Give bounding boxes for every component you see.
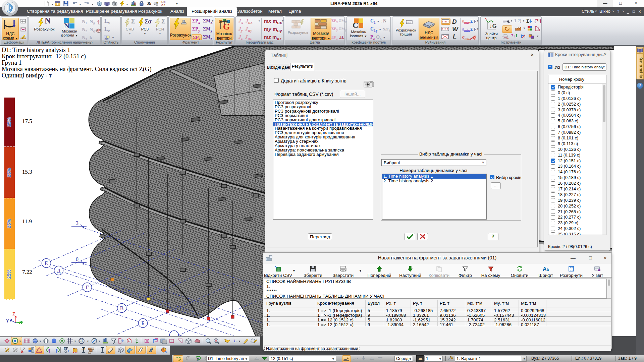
svg-text:Г: Г bbox=[86, 285, 89, 290]
svg-text:G: G bbox=[223, 22, 230, 31]
svg-text:Б: Б bbox=[141, 320, 144, 326]
svg-text:C: C bbox=[353, 21, 358, 29]
svg-text:Z: Z bbox=[12, 311, 15, 316]
svg-text:Σ: Σ bbox=[526, 18, 529, 24]
svg-text:min: min bbox=[105, 38, 108, 40]
svg-text:Σ: Σ bbox=[470, 27, 473, 32]
svg-text:3: 3 bbox=[76, 220, 78, 226]
svg-text:Е: Е bbox=[45, 260, 48, 266]
svg-text:0: 0 bbox=[76, 256, 78, 262]
svg-text:Σ: Σ bbox=[197, 358, 199, 362]
svg-text:1,2: 1,2 bbox=[20, 347, 25, 351]
svg-text:1.2N: 1.2N bbox=[37, 351, 41, 353]
svg-text:X: X bbox=[19, 320, 22, 325]
svg-text:В: В bbox=[120, 305, 124, 311]
svg-text:EF: EF bbox=[79, 339, 84, 343]
svg-text:Y: Y bbox=[6, 318, 9, 323]
svg-text:N1.2: N1.2 bbox=[37, 348, 42, 351]
svg-text:Д: Д bbox=[57, 268, 61, 274]
svg-text:↓G: ↓G bbox=[489, 23, 497, 29]
svg-text:Б: Б bbox=[32, 350, 33, 352]
svg-text:2: 2 bbox=[32, 348, 33, 350]
svg-text:EF: EF bbox=[64, 347, 68, 351]
svg-text:Σ: Σ bbox=[470, 19, 473, 24]
svg-text:N: N bbox=[64, 21, 69, 28]
